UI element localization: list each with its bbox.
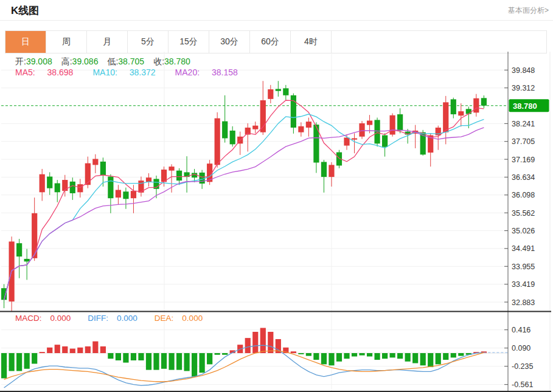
svg-text:36.098: 36.098 — [512, 191, 535, 199]
open-label: 开: — [15, 57, 26, 66]
low-value: 38.705 — [118, 57, 144, 66]
svg-text:35.026: 35.026 — [512, 227, 535, 235]
svg-text:0.416: 0.416 — [512, 326, 530, 334]
dea-value: DEA:0.000 — [155, 314, 211, 323]
svg-text:34.491: 34.491 — [512, 244, 535, 253]
svg-text:0.090: 0.090 — [512, 344, 530, 352]
svg-text:38.780: 38.780 — [513, 101, 537, 111]
svg-text:32.883: 32.883 — [512, 298, 535, 307]
close-label: 收: — [153, 57, 164, 66]
svg-text:36.634: 36.634 — [512, 173, 535, 182]
candles — [1, 81, 487, 311]
high-label: 高: — [61, 57, 72, 66]
svg-text:37.705: 37.705 — [512, 137, 535, 146]
ma-lines — [4, 100, 484, 300]
high-value: 39.086 — [72, 57, 99, 66]
y-axis: 39.84839.31238.24137.70537.16936.63436.0… — [504, 66, 535, 389]
svg-text:38.241: 38.241 — [512, 120, 535, 128]
ma20-readout: MA20: 38.158 — [175, 67, 248, 77]
macd-readout: MACD:0.000DIFF:0.000DEA:0.000 — [15, 314, 220, 323]
kline-page: K线图 基本面分析> 日 周 月 5分 15分 30分 60分 4时 开:39.… — [0, 0, 553, 392]
svg-text:33.419: 33.419 — [512, 280, 535, 289]
ma10-readout: MA10: 38.372 — [92, 67, 165, 77]
svg-text:35.562: 35.562 — [512, 209, 535, 218]
price-badge: 38.780 — [509, 99, 549, 112]
svg-text:37.169: 37.169 — [512, 156, 535, 164]
ohlc-readout: 开:39.008高:39.086低:38.705收:38.780 — [15, 57, 200, 67]
diff-value: DIFF:0.000 — [88, 314, 146, 323]
macd-value: MACD:0.000 — [15, 314, 79, 323]
close-value: 38.780 — [164, 57, 190, 66]
open-value: 39.008 — [26, 57, 52, 66]
low-label: 低: — [107, 57, 118, 66]
svg-text:39.312: 39.312 — [512, 84, 535, 92]
ma5-readout: MA5: 38.698 — [15, 67, 83, 77]
ma-readout: MA5: 38.698MA10: 38.372MA20: 38.158 — [15, 67, 257, 77]
svg-text:33.955: 33.955 — [512, 263, 535, 271]
svg-text:-0.235: -0.235 — [512, 362, 533, 371]
svg-text:-0.561: -0.561 — [512, 380, 533, 389]
svg-text:39.848: 39.848 — [512, 66, 535, 75]
